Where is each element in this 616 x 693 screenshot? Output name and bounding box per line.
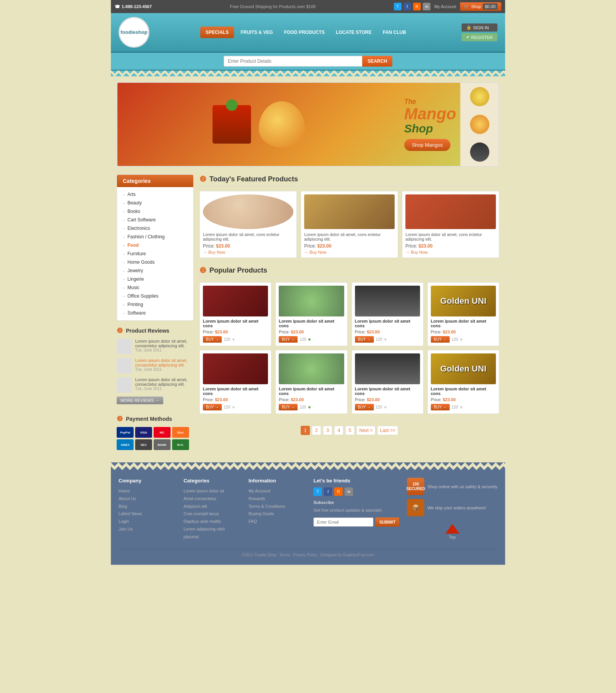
cat-home-goods[interactable]: Home Goods — [117, 258, 193, 266]
footer-email-icon[interactable]: ✉ — [345, 487, 353, 496]
nav-fan-club[interactable]: FAN CLUB — [378, 27, 411, 38]
buy-button-7[interactable]: BUY → — [355, 404, 374, 410]
page-5[interactable]: 5 — [345, 426, 355, 435]
product-actions-5: BUY → 120 ♥ — [203, 404, 268, 410]
buy-button-5[interactable]: BUY → — [203, 404, 222, 410]
featured-bullet: ❷ — [199, 174, 206, 184]
sign-in-button[interactable]: 🔒 SIGN IN — [462, 23, 497, 32]
facebook-icon[interactable]: f — [403, 3, 411, 10]
search-input[interactable] — [224, 56, 362, 67]
footer-home[interactable]: Home — [119, 487, 176, 495]
discover-badge: Disc — [172, 427, 189, 438]
page-4[interactable]: 4 — [334, 426, 343, 435]
cat-furniture[interactable]: Furniture — [117, 249, 193, 258]
register-button[interactable]: ✔ REGISTER — [462, 33, 497, 41]
nav-food-products[interactable]: FOOD PRODUCTS — [280, 27, 329, 38]
featured-buy-1[interactable]: → Buy Now — [203, 250, 293, 254]
more-reviews-button[interactable]: MORE REVIEWS → — [117, 397, 163, 404]
ship-icon: 📦 — [407, 499, 424, 516]
cat-jewelry[interactable]: Jewelry — [117, 266, 193, 275]
main-content: Categories Arts Beauty Books Cart Softwa… — [111, 171, 505, 459]
mango-graphic — [259, 101, 305, 147]
featured-title: ❷ Today's Featured Products — [199, 174, 499, 186]
cat-food[interactable]: Food — [117, 241, 193, 249]
thumb-3[interactable] — [460, 138, 499, 166]
buy-button-3[interactable]: BUY → — [355, 336, 374, 343]
thumb-2[interactable] — [460, 110, 499, 138]
heart-icon-4[interactable]: ♥ — [460, 337, 463, 342]
cat-printing[interactable]: Printing — [117, 300, 193, 309]
featured-grid: Lorem ipsum dolor sit amet, cons ectetur… — [199, 191, 499, 258]
secure-badge: SEC — [135, 439, 152, 450]
email-input[interactable] — [313, 517, 373, 527]
heart-icon-2[interactable]: ♥ — [308, 337, 311, 342]
footer-columns: Company Home About Us Blog Latest News L… — [119, 478, 497, 541]
buy-button-6[interactable]: BUY → — [279, 404, 298, 410]
search-button[interactable]: SEARCH — [362, 56, 393, 67]
cat-cart-software[interactable]: Cart Software — [117, 216, 193, 224]
footer-rss-icon[interactable]: R — [334, 487, 343, 496]
footer-login[interactable]: Login — [119, 518, 176, 526]
footer-latest-news[interactable]: Latest News — [119, 510, 176, 518]
pagination: 1 2 3 4 5 Next > Last >> — [199, 420, 499, 441]
twitter-icon[interactable]: T — [394, 3, 402, 10]
footer-about[interactable]: About Us — [119, 495, 176, 503]
cat-beauty[interactable]: Beauty — [117, 199, 193, 207]
page-2[interactable]: 2 — [312, 426, 321, 435]
page-next[interactable]: Next > — [357, 426, 375, 435]
social-links[interactable]: T f R ✉ — [394, 3, 430, 10]
nav-locate-store[interactable]: LOCATE STORE — [331, 27, 376, 38]
cat-books[interactable]: Books — [117, 207, 193, 216]
cat-software[interactable]: Software — [117, 309, 193, 317]
footer-twitter-icon[interactable]: T — [313, 487, 322, 496]
product-img-6 — [279, 353, 344, 384]
footer-rewards[interactable]: Rewards — [248, 495, 306, 503]
cat-arts[interactable]: Arts — [117, 190, 193, 199]
nav-fruits[interactable]: FRUITS & VEG — [236, 27, 278, 38]
page-3[interactable]: 3 — [323, 426, 332, 435]
buy-button-2[interactable]: BUY → — [279, 336, 298, 343]
heart-icon-5[interactable]: ♥ — [232, 405, 235, 410]
amex-badge: AMEX — [117, 439, 134, 450]
featured-buy-2[interactable]: → Buy Now — [304, 250, 395, 254]
footer-faq[interactable]: FAQ — [248, 518, 306, 526]
thumb-1[interactable] — [460, 83, 499, 110]
rss-icon[interactable]: R — [413, 3, 421, 10]
footer-terms[interactable]: Terms & Conditions — [248, 503, 306, 511]
product-card-7: Lorem ipsum dolor sit amet cons Price: $… — [352, 350, 424, 414]
buy-button-8[interactable]: BUY → — [431, 404, 450, 410]
cat-fashion[interactable]: Fashion / Clothing — [117, 233, 193, 241]
heart-icon-6[interactable]: ♥ — [308, 405, 311, 410]
featured-item-2: Lorem ipsum dolor sit amet, cons ectetur… — [301, 191, 398, 258]
footer-my-account[interactable]: My Account — [248, 487, 306, 495]
heart-icon-1[interactable]: ♥ — [232, 337, 235, 342]
nav-specials[interactable]: SPECIALS — [200, 27, 234, 38]
cat-music[interactable]: Music — [117, 283, 193, 292]
featured-img-3 — [405, 194, 496, 229]
cat-electronics[interactable]: Electronics — [117, 224, 193, 233]
my-account-link[interactable]: My Account — [434, 4, 456, 9]
footer-blog[interactable]: Blog — [119, 503, 176, 511]
featured-buy-3[interactable]: → Buy Now — [405, 250, 496, 254]
footer-buying-guide[interactable]: Buying Guide — [248, 510, 306, 518]
heart-icon-3[interactable]: ♥ — [384, 337, 387, 342]
cat-lingerie[interactable]: Lingerie — [117, 275, 193, 283]
shop-mangos-button[interactable]: Shop Mangos — [404, 139, 450, 151]
page-1[interactable]: 1 — [301, 426, 310, 435]
buy-button-1[interactable]: BUY → — [203, 336, 222, 343]
footer-social: T f R ✉ — [313, 487, 399, 496]
email-icon[interactable]: ✉ — [423, 3, 430, 10]
product-actions-1: BUY → 120 ♥ — [203, 336, 268, 343]
product-actions-6: BUY → 120 ♥ — [279, 404, 344, 410]
footer-join[interactable]: Join Us — [119, 526, 176, 533]
cart-button[interactable]: 🛒 Shop $0.00 — [460, 2, 501, 11]
footer-facebook-icon[interactable]: f — [324, 487, 332, 496]
product-card-4: Golden UNI Lorem ipsum dolor sit amet co… — [427, 282, 499, 346]
heart-icon-7[interactable]: ♥ — [384, 405, 387, 410]
cat-office-supplies[interactable]: Office Supplies — [117, 292, 193, 300]
subscribe-button[interactable]: SUBMIT — [375, 517, 399, 527]
product-card-6: Lorem ipsum dolor sit amet cons Price: $… — [275, 350, 347, 414]
page-last[interactable]: Last >> — [377, 426, 398, 435]
heart-icon-8[interactable]: ♥ — [460, 405, 463, 410]
buy-button-4[interactable]: BUY → — [431, 336, 450, 343]
